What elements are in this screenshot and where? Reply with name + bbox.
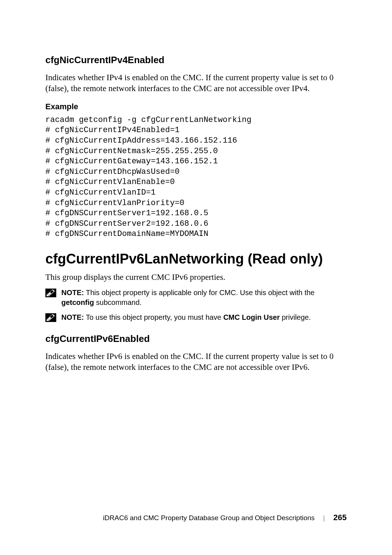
page-number: 265	[333, 513, 347, 522]
note-1-bold: getconfig	[61, 298, 94, 306]
pencil-note-icon	[45, 313, 56, 322]
example-code-block: racadm getconfig -g cfgCurrentLanNetwork…	[45, 115, 347, 240]
page-footer: iDRAC6 and CMC Property Database Group a…	[0, 513, 392, 522]
document-page: cfgNicCurrentIPv4Enabled Indicates wheth…	[0, 0, 392, 555]
heading-cfgcurrentipv6enabled: cfgCurrentIPv6Enabled	[45, 333, 347, 344]
note-1: NOTE: This object property is applicable…	[45, 288, 347, 307]
note-2-after: privilege.	[280, 313, 311, 321]
note-2: NOTE: To use this object property, you m…	[45, 313, 347, 322]
note-label: NOTE:	[61, 313, 84, 321]
heading-cfgcurrentipv6lannetworking: cfgCurrentIPv6LanNetworking (Read only)	[45, 251, 347, 267]
section2-description: This group displays the current CMC IPv6…	[45, 272, 347, 283]
note-label: NOTE:	[61, 289, 84, 297]
example-label: Example	[45, 102, 347, 111]
note-2-before: To use this object property, you must ha…	[84, 313, 223, 321]
section3-description: Indicates whether IPv6 is enabled on the…	[45, 351, 347, 373]
note-2-bold: CMC Login User	[223, 313, 280, 321]
section1-description: Indicates whether IPv4 is enabled on the…	[45, 72, 347, 94]
footer-title: iDRAC6 and CMC Property Database Group a…	[103, 514, 315, 522]
note-2-text: NOTE: To use this object property, you m…	[61, 313, 347, 322]
note-1-text: NOTE: This object property is applicable…	[61, 288, 347, 307]
heading-cfgniccurrentipv4enabled: cfgNicCurrentIPv4Enabled	[45, 54, 347, 66]
note-1-before: This object property is applicable only …	[84, 289, 314, 297]
footer-divider: |	[323, 514, 325, 522]
note-1-after: subcommand.	[94, 298, 142, 306]
pencil-note-icon	[45, 289, 56, 297]
